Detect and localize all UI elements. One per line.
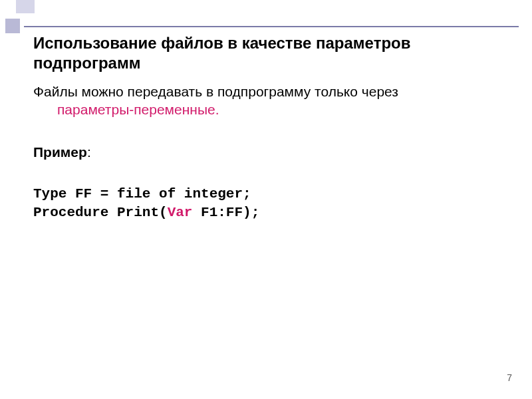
code-block: Type FF = file of integer; Procedure Pri…: [33, 185, 512, 223]
code-line-1: Type FF = file of integer;: [33, 186, 251, 201]
code-keyword-var: Var: [168, 205, 193, 220]
body-line-text: Файлы можно передавать в подпрограмму то…: [33, 84, 398, 99]
code-line-2-part2: F1:FF);: [192, 205, 259, 220]
code-line-2-part1: Procedure Print(: [33, 205, 168, 220]
body-paragraph: Файлы можно передавать в подпрограмму то…: [33, 82, 512, 119]
body-highlight: параметры-переменные.: [57, 102, 219, 117]
example-label: Пример: [33, 144, 87, 160]
slide-title: Использование файлов в качестве параметр…: [33, 33, 512, 73]
decor-horizontal-line: [24, 26, 519, 27]
body-line-prefix: Файлы можно передавать в подпрограмму то…: [33, 82, 512, 100]
decor-square-top: [16, 0, 35, 13]
page-number: 7: [507, 372, 512, 383]
example-colon: :: [87, 144, 91, 160]
slide-content: Использование файлов в качестве параметр…: [33, 33, 512, 379]
slide: Использование файлов в качестве параметр…: [0, 0, 532, 399]
example-label-row: Пример:: [33, 143, 512, 161]
decor-square-left: [5, 19, 20, 33]
